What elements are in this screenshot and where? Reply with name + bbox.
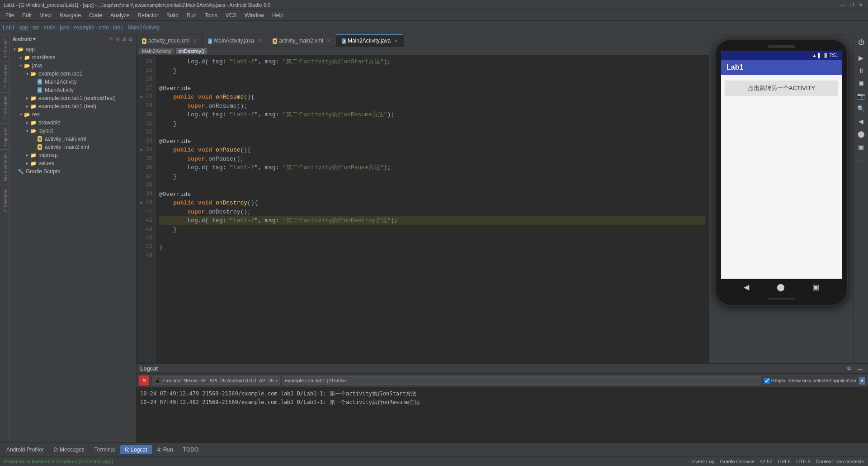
breadcrumb-item-src[interactable]: src — [32, 24, 39, 31]
close-button[interactable]: ✕ — [857, 1, 864, 9]
menu-item-window[interactable]: Window — [241, 11, 268, 19]
minimize-button[interactable]: — — [839, 1, 846, 9]
tree-item-values[interactable]: ▸📁values — [10, 159, 136, 167]
tab-activity-main2-xml[interactable]: Xactivity_main2.xml✕ — [267, 34, 336, 47]
phone-app-title: Lab1 — [726, 63, 836, 71]
breadcrumb-item-main[interactable]: main — [44, 24, 56, 31]
tab-label: activity_main.xml — [148, 38, 189, 44]
breadcrumb-item-com[interactable]: com — [99, 24, 109, 31]
vertical-label-1--project[interactable]: 1: Project — [0, 34, 9, 61]
tree-item-res[interactable]: ▾📂res — [10, 110, 136, 119]
bottom-tab-6--logcat[interactable]: 6: Logcat — [120, 445, 151, 454]
tree-item-example-com-lab1[interactable]: ▾📂example.com.lab1 — [10, 70, 136, 78]
tab-main2activity-java[interactable]: JMain2Activity.java✕ — [336, 34, 404, 47]
tree-item-label: mipmap — [38, 152, 58, 158]
tree-item-manifests[interactable]: ▸📁manifests — [10, 53, 136, 62]
phone-recent-btn[interactable]: ▣ — [812, 283, 819, 291]
method-btn-ondestroy--[interactable]: onDestroy() — [176, 48, 207, 54]
right-toolbar-btn-5[interactable]: 🔍 — [855, 103, 867, 114]
tree-item-layout[interactable]: ▾📂layout — [10, 127, 136, 135]
event-log-link[interactable]: Event Log — [692, 459, 715, 464]
bottom-tab-terminal[interactable]: Terminal — [90, 445, 119, 454]
breadcrumb-item-app[interactable]: app — [19, 24, 28, 31]
tab-mainactivity-java[interactable]: JMainActivity.java✕ — [203, 34, 267, 47]
tree-item-gradle-scripts[interactable]: 🔧Gradle Scripts — [10, 167, 136, 176]
breadcrumb-item-java[interactable]: java — [60, 24, 70, 31]
phone-button[interactable]: 点击跳转另一个ACTIVITY — [725, 81, 838, 96]
phone-home-btn[interactable]: ⬤ — [777, 283, 785, 291]
tree-arrow: ▾ — [12, 47, 17, 52]
breadcrumb-item-example[interactable]: example — [74, 24, 94, 31]
menu-item-help[interactable]: Help — [269, 11, 287, 19]
vertical-label-2--structure[interactable]: 2: Structure — [0, 61, 9, 92]
tree-item-java[interactable]: ▾📂java — [10, 62, 136, 70]
bottom-tab-todo[interactable]: TODO — [179, 445, 203, 454]
tree-item-main2activity[interactable]: CMain2Activity — [10, 78, 136, 86]
code-content[interactable]: Log.d( tag: "Lab1-2", msg: "第二个activity执… — [156, 56, 709, 363]
regex-checkbox[interactable] — [764, 378, 770, 384]
menu-item-file[interactable]: File — [2, 11, 18, 19]
right-toolbar-btn-1[interactable]: ▶ — [855, 52, 867, 64]
breadcrumb-item-lab1[interactable]: Lab1 — [3, 24, 15, 31]
bottom-tab-android-profiler[interactable]: Android Profiler — [2, 445, 48, 454]
tab-close[interactable]: ✕ — [327, 38, 330, 43]
collapse-btn[interactable]: ⊟ — [128, 36, 133, 42]
tree-item-drawable[interactable]: ▸📁drawable — [10, 119, 136, 127]
vertical-label-7--structure[interactable]: 7: Structure — [0, 92, 9, 124]
device-dropdown-arrow[interactable]: ▾ — [275, 378, 278, 383]
tab-close[interactable]: ✕ — [394, 38, 398, 43]
menu-item-build[interactable]: Build — [163, 11, 182, 19]
menu-item-analyze[interactable]: Analyze — [107, 11, 133, 19]
phone-back-btn[interactable]: ◀ — [744, 283, 749, 291]
menu-item-view[interactable]: View — [36, 11, 55, 19]
breadcrumb-item-lab1[interactable]: lab1 — [113, 24, 123, 31]
device-selector[interactable]: 📱 Emulator Nexus_6P_API_26 Android 8.0.0… — [152, 376, 280, 385]
right-toolbar-btn-4[interactable]: 📷 — [855, 90, 867, 102]
right-toolbar-btn-9[interactable]: … — [855, 153, 867, 165]
menu-item-navigate[interactable]: Navigate — [56, 11, 85, 19]
right-toolbar-btn-8[interactable]: ▣ — [855, 141, 867, 152]
menu-item-run[interactable]: Run — [183, 11, 200, 19]
tree-item-mainactivity[interactable]: CMainActivity — [10, 86, 136, 94]
menu-item-refactor[interactable]: Refactor — [134, 11, 162, 19]
code-editor[interactable]: 24252627● 282930313233● 343536373839● 40… — [137, 56, 709, 363]
tree-item-app[interactable]: ▾📂app — [10, 45, 136, 53]
tree-item-example-com-lab1--androidtest-[interactable]: ▸📁example.com.lab1 (androidTest) — [10, 94, 136, 102]
package-dropdown-arrow[interactable]: ▾ — [344, 378, 346, 383]
bottom-tab-4--run[interactable]: 4: Run — [153, 445, 178, 454]
gradle-console-link[interactable]: Gradle Console — [720, 459, 754, 464]
restore-button[interactable]: ❐ — [848, 1, 855, 9]
bottom-tab-0--messages[interactable]: 0: Messages — [49, 445, 89, 454]
tab-close[interactable]: ✕ — [193, 38, 197, 43]
tab-activity-main-xml[interactable]: Xactivity_main.xml✕ — [137, 34, 203, 47]
vertical-label-2--favorites[interactable]: 2: Favorites — [0, 185, 9, 216]
gear-btn[interactable]: ⚙ — [115, 36, 121, 42]
menu-item-tools[interactable]: Tools — [201, 11, 221, 19]
expand-btn[interactable]: ⊞ — [122, 36, 127, 42]
tab-close[interactable]: ✕ — [258, 38, 261, 43]
code-line: super.onPause(); — [159, 155, 705, 164]
bottom-tabs: Android Profiler0: MessagesTerminal6: Lo… — [0, 442, 868, 456]
breadcrumb-item-main2activity[interactable]: Main2Activity — [127, 24, 160, 31]
show-only-dropdown[interactable]: ▾ — [859, 377, 865, 385]
menu-item-edit[interactable]: Edit — [19, 11, 35, 19]
tree-item-example-com-lab1--test-[interactable]: ▸📁example.com.lab1 (test) — [10, 102, 136, 110]
logcat-settings[interactable]: ⚙ — [845, 365, 853, 372]
tree-item-activity-main2-xml[interactable]: Xactivity_main2.xml — [10, 143, 136, 151]
vertical-label-build-variants[interactable]: Build Variants — [0, 149, 9, 185]
logcat-minimize[interactable]: — — [856, 366, 864, 372]
package-selector[interactable]: example.com.lab1 (21569) ▾ — [283, 376, 761, 385]
right-toolbar-btn-6[interactable]: ◀ — [855, 115, 867, 127]
sync-btn[interactable]: ⟳ — [108, 36, 114, 42]
tree-item-activity-main-xml[interactable]: Xactivity_main.xml — [10, 135, 136, 143]
right-toolbar-btn-2[interactable]: ⏸ — [855, 65, 867, 76]
logcat-clear-button[interactable]: ✕ — [139, 376, 149, 385]
right-toolbar-btn-0[interactable]: ⏻ — [855, 36, 867, 48]
menu-item-vcs[interactable]: VCS — [222, 11, 241, 19]
right-toolbar-btn-7[interactable]: ⬤ — [855, 128, 867, 140]
vertical-label-captures[interactable]: Captures — [0, 124, 9, 150]
method-btn-main2activity[interactable]: Main2Activity — [139, 48, 174, 54]
right-toolbar-btn-3[interactable]: ⏹ — [855, 77, 867, 89]
tree-item-mipmap[interactable]: ▸📁mipmap — [10, 151, 136, 159]
menu-item-code[interactable]: Code — [85, 11, 106, 19]
